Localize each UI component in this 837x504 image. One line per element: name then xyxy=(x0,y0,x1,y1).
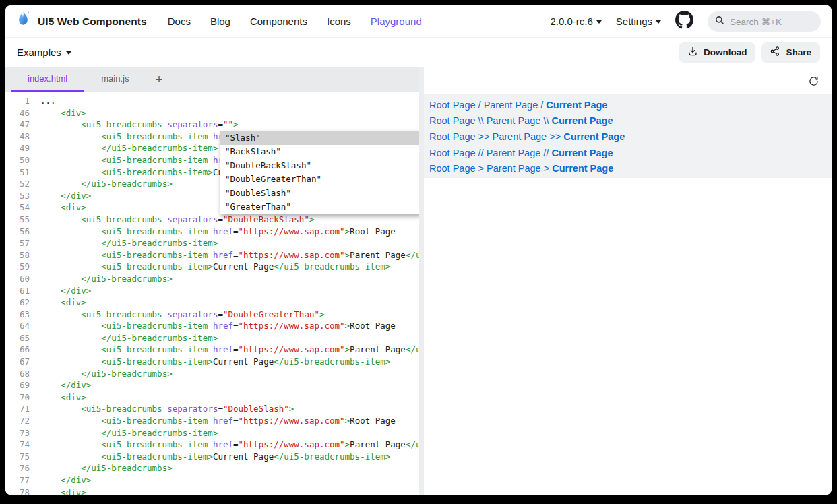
code-text: </ui5-breadcrumbs> xyxy=(30,462,173,474)
code-line[interactable]: 55 <ui5-breadcrumbs separators="DoubleBa… xyxy=(5,214,419,226)
code-line[interactable]: 61 </div> xyxy=(5,285,419,297)
nav-link-playground[interactable]: Playground xyxy=(371,15,422,27)
line-number: 64 xyxy=(5,320,30,332)
refresh-button[interactable] xyxy=(809,76,819,86)
line-number: 1 xyxy=(5,95,30,107)
code-line[interactable]: 60 </ui5-breadcrumbs> xyxy=(5,273,419,285)
examples-dropdown[interactable]: Examples xyxy=(17,46,71,58)
breadcrumb-link[interactable]: Root Page xyxy=(429,131,476,142)
line-number: 47 xyxy=(5,119,30,131)
top-navbar: UI5 Web Components DocsBlogComponentsIco… xyxy=(5,5,832,38)
code-line[interactable]: 74 <ui5-breadcrumbs-item href="https://w… xyxy=(5,439,419,451)
code-line[interactable]: 73 </ui5-breadcrumbs-item> xyxy=(5,427,419,439)
line-number: 50 xyxy=(5,154,30,166)
line-number: 75 xyxy=(5,451,30,463)
autocomplete-item[interactable]: "BackSlash" xyxy=(220,145,419,158)
line-number: 71 xyxy=(5,403,30,415)
breadcrumbs-demo-section: Root Page / Parent Page / Current PageRo… xyxy=(424,94,832,178)
pane-splitter[interactable] xyxy=(419,67,424,495)
version-dropdown[interactable]: 2.0.0-rc.6 xyxy=(550,15,601,27)
settings-dropdown[interactable]: Settings xyxy=(616,15,661,27)
code-line[interactable]: 68 </ui5-breadcrumbs> xyxy=(5,368,419,380)
tab-main-js[interactable]: main.js xyxy=(84,67,146,92)
code-line[interactable]: 46 <div> xyxy=(5,107,419,119)
code-line[interactable]: 69 </div> xyxy=(5,379,419,391)
breadcrumb-current: Current Page xyxy=(551,148,613,158)
breadcrumb-link[interactable]: Root Page xyxy=(429,100,476,111)
code-text: <ui5-breadcrumbs-item hr xyxy=(30,131,223,143)
autocomplete-dropdown: "Slash""BackSlash""DoubleBackSlash""Doub… xyxy=(220,131,419,214)
autocomplete-item[interactable]: "GreaterThan" xyxy=(220,200,419,214)
code-line[interactable]: 58 <ui5-breadcrumbs-item href="https://w… xyxy=(5,249,419,261)
breadcrumb-link[interactable]: Root Page xyxy=(429,163,476,174)
brand[interactable]: UI5 Web Components xyxy=(16,9,147,33)
code-line[interactable]: 66 <ui5-breadcrumbs-item href="https://w… xyxy=(5,344,419,356)
examples-label: Examples xyxy=(17,46,61,58)
autocomplete-item[interactable]: "Slash" xyxy=(220,131,419,145)
breadcrumb-separator: >> xyxy=(476,131,493,142)
code-line[interactable]: 63 <ui5-breadcrumbs separators="DoubleGr… xyxy=(5,309,419,321)
code-line[interactable]: 56 <ui5-breadcrumbs-item href="https://w… xyxy=(5,226,419,238)
code-line[interactable]: 78 <div> xyxy=(5,486,419,495)
code-line[interactable]: 76 </ui5-breadcrumbs> xyxy=(5,462,419,474)
autocomplete-item[interactable]: "DoubleBackSlash" xyxy=(220,159,419,172)
code-text: </ui5-breadcrumbs-item> xyxy=(30,332,218,344)
code-text: <ui5-breadcrumbs-item href="https://www.… xyxy=(30,226,396,238)
code-editor[interactable]: 1...46 <div>47 <ui5-breadcrumbs separato… xyxy=(5,92,419,495)
nav-link-blog[interactable]: Blog xyxy=(210,15,230,27)
chevron-down-icon xyxy=(66,51,71,55)
autocomplete-item[interactable]: "DoubleGreaterThan" xyxy=(220,172,419,186)
code-line[interactable]: 1... xyxy=(5,95,419,107)
code-text: <ui5-breadcrumbs-item>Current Page</ui5-… xyxy=(30,261,390,273)
breadcrumb-list: Root Page / Parent Page / Current PageRo… xyxy=(429,97,826,177)
breadcrumb-link[interactable]: Parent Page xyxy=(487,163,541,174)
add-tab-button[interactable]: + xyxy=(146,67,172,92)
breadcrumb-link[interactable]: Parent Page xyxy=(487,148,541,158)
code-text: </ui5-breadcrumbs> xyxy=(30,273,173,285)
breadcrumb: Root Page \\ Parent Page \\ Current Page xyxy=(429,113,826,129)
line-number: 55 xyxy=(5,214,30,226)
github-link[interactable] xyxy=(675,11,693,32)
github-icon xyxy=(675,11,693,32)
code-text: </div> xyxy=(30,190,91,202)
share-button[interactable]: Share xyxy=(761,42,820,63)
preview-pane: Root Page / Parent Page / Current PageRo… xyxy=(424,67,832,495)
code-line[interactable]: 62 <div> xyxy=(5,296,419,309)
breadcrumb-link[interactable]: Parent Page xyxy=(493,131,547,142)
share-icon xyxy=(770,46,780,59)
breadcrumb-link[interactable]: Parent Page xyxy=(484,100,538,111)
code-line[interactable]: 75 <ui5-breadcrumbs-item>Current Page</u… xyxy=(5,451,419,463)
search-input[interactable]: Search ⌘+K xyxy=(708,11,821,32)
nav-link-components[interactable]: Components xyxy=(250,15,307,27)
chevron-down-icon xyxy=(596,20,602,24)
autocomplete-item[interactable]: "DoubleSlash" xyxy=(220,187,419,200)
code-line[interactable]: 65 </ui5-breadcrumbs-item> xyxy=(5,332,419,344)
code-line[interactable]: 59 <ui5-breadcrumbs-item>Current Page</u… xyxy=(5,261,419,273)
line-number: 51 xyxy=(5,166,30,179)
code-line[interactable]: 72 <ui5-breadcrumbs-item href="https://w… xyxy=(5,415,419,427)
line-number: 61 xyxy=(5,285,30,297)
breadcrumb-separator: > xyxy=(541,163,553,174)
breadcrumb-link[interactable]: Root Page xyxy=(429,115,476,126)
nav-links: DocsBlogComponentsIconsPlayground xyxy=(168,15,422,27)
line-number: 58 xyxy=(5,249,30,261)
breadcrumb-separator: > xyxy=(476,163,487,174)
line-number: 69 xyxy=(5,379,30,391)
code-line[interactable]: 77 </div> xyxy=(5,474,419,486)
breadcrumb-link[interactable]: Parent Page xyxy=(487,115,541,126)
nav-link-icons[interactable]: Icons xyxy=(327,15,351,27)
code-line[interactable]: 57 </ui5-breadcrumbs-item> xyxy=(5,237,419,249)
preview-topbar xyxy=(424,67,832,94)
code-text: <ui5-breadcrumbs separators="DoubleGreat… xyxy=(30,309,325,321)
app-window: UI5 Web Components DocsBlogComponentsIco… xyxy=(5,5,832,495)
tab-index-html[interactable]: index.html xyxy=(11,67,84,92)
code-line[interactable]: 64 <ui5-breadcrumbs-item href="https://w… xyxy=(5,320,419,332)
download-button[interactable]: Download xyxy=(679,42,756,63)
breadcrumb-link[interactable]: Root Page xyxy=(429,148,476,158)
code-line[interactable]: 47 <ui5-breadcrumbs separators=""> xyxy=(5,119,419,131)
code-line[interactable]: 67 <ui5-breadcrumbs-item>Current Page</u… xyxy=(5,356,419,368)
nav-link-docs[interactable]: Docs xyxy=(168,15,191,27)
code-line[interactable]: 71 <ui5-breadcrumbs separators="DoubleSl… xyxy=(5,403,419,415)
line-number: 74 xyxy=(5,439,30,451)
code-line[interactable]: 70 <div> xyxy=(5,391,419,404)
